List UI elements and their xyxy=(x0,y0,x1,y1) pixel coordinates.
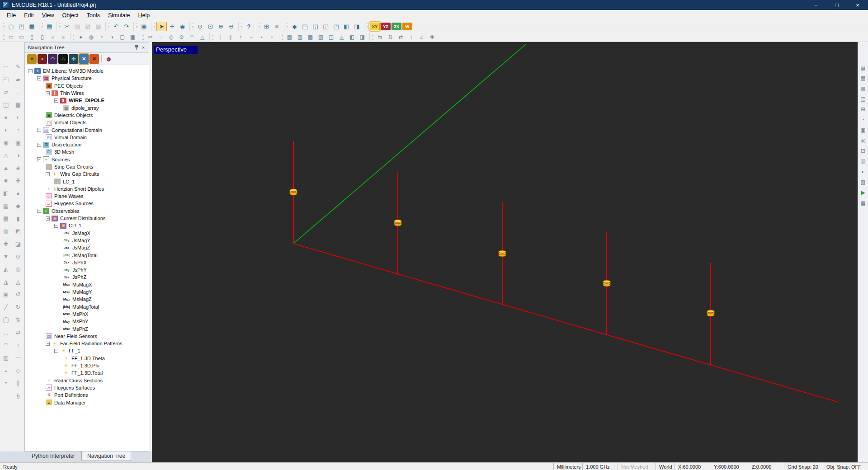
geometry-tool-icon[interactable]: ◨ xyxy=(357,33,368,41)
expand-box[interactable]: − xyxy=(28,69,33,73)
copy-icon[interactable]: ▥ xyxy=(72,22,83,31)
new-project-icon[interactable]: ▢ xyxy=(6,22,16,31)
geometry-tool-icon[interactable]: ✚ xyxy=(427,33,437,41)
context-help-icon[interactable]: ? xyxy=(244,22,254,31)
geometry-tool-icon[interactable]: ▣ xyxy=(127,33,138,41)
plane-zx-button[interactable]: ZX xyxy=(392,23,401,30)
tree-item-hertzian-short-dipoles[interactable]: ↑Hertzian Short Dipoles xyxy=(25,185,149,193)
menu-simulate[interactable]: Simulate xyxy=(104,11,134,20)
left-tool-icon[interactable]: ◠ xyxy=(1,338,10,351)
view-top-icon[interactable]: ◧ xyxy=(341,22,352,31)
geometry-tool-icon[interactable]: ◌ xyxy=(156,33,166,41)
tab-navigation-tree[interactable]: Navigation Tree xyxy=(81,451,131,461)
tree-item-current-distributions[interactable]: −▣Current Distributions xyxy=(25,215,149,222)
tree-item-thin-wires[interactable]: −∥Thin Wires xyxy=(25,89,149,97)
tree-item-sources[interactable]: −≈Sources xyxy=(25,156,149,163)
geometry-tool-icon[interactable]: ▢ xyxy=(117,33,127,41)
left-tool-icon[interactable]: ▦ xyxy=(1,199,10,212)
tree-item-msmagy[interactable]: MsyMsMagY xyxy=(25,288,149,296)
right-tool-icon[interactable]: ◔ xyxy=(859,114,868,125)
zoom-window-icon[interactable]: ⊡ xyxy=(205,22,216,31)
left-tool-icon[interactable]: ◔ xyxy=(14,123,23,136)
right-tool-icon[interactable]: ▶ xyxy=(859,187,868,197)
tree-item-virtual-objects[interactable]: ▢Virtual Objects xyxy=(25,119,149,126)
tree-item-dielectric-objects[interactable]: ▣Dielectric Objects xyxy=(25,112,149,119)
tab-python-interpreter[interactable]: Python Interpreter xyxy=(26,451,80,461)
right-tool-icon[interactable]: ▦ xyxy=(859,197,868,208)
menu-help[interactable]: Help xyxy=(134,11,154,20)
geometry-tool-icon[interactable]: ⌂ xyxy=(416,33,427,41)
geometry-tool-icon[interactable]: ◔ xyxy=(96,33,107,41)
expand-box[interactable]: − xyxy=(37,143,41,147)
left-tool-icon[interactable]: ◈ xyxy=(14,161,23,174)
left-tool-icon[interactable]: ◍ xyxy=(1,225,10,237)
right-tool-icon[interactable]: ▥ xyxy=(859,156,868,166)
tree-item-jsphy[interactable]: JsyJsPhY xyxy=(25,266,149,273)
tree-item-pec-objects[interactable]: ▣PEC Objects xyxy=(25,82,149,89)
left-tool-icon[interactable]: ↺ xyxy=(14,288,23,301)
geometry-tool-icon[interactable]: ∥ xyxy=(225,33,236,41)
geometry-tool-icon[interactable]: ≡ xyxy=(58,33,68,41)
expand-box[interactable]: − xyxy=(46,216,50,221)
left-tool-icon[interactable]: ◎ xyxy=(14,263,23,275)
tree-item-data-manager[interactable]: ≡Data Manager xyxy=(25,399,149,406)
geometry-tool-icon[interactable]: ✂ xyxy=(145,33,156,41)
tree-item-discretization[interactable]: −⊞Discretization xyxy=(25,141,149,148)
left-tool-icon[interactable]: ◯ xyxy=(1,313,10,326)
tree-item-computational-domain[interactable]: −◰Computational Domain xyxy=(25,126,149,133)
menu-object[interactable]: Object xyxy=(58,11,83,20)
geometry-tool-icon[interactable]: ◧ xyxy=(347,33,357,41)
close-panel-icon[interactable]: × xyxy=(140,44,147,51)
tree-item-ff-1-3d-phi[interactable]: ✳FF_1.3D.Phi xyxy=(25,362,149,369)
left-tool-icon[interactable]: ◗ xyxy=(1,123,10,136)
right-tool-icon[interactable]: ◫ xyxy=(859,94,868,104)
left-tool-icon[interactable]: ▰ xyxy=(14,73,23,85)
tree-item-lc-1[interactable]: ▲LC_1 xyxy=(25,178,149,185)
left-tool-icon[interactable]: ⇄ xyxy=(14,326,23,338)
tree-item-jsphz[interactable]: JszJsPhZ xyxy=(25,273,149,281)
geometry-tool-icon[interactable]: ▦ xyxy=(305,33,316,41)
left-tool-icon[interactable]: ↻ xyxy=(14,301,23,313)
left-tool-icon[interactable]: ◪ xyxy=(14,237,23,250)
geometry-tool-icon[interactable]: ◫ xyxy=(326,33,336,41)
right-tool-icon[interactable]: ▧ xyxy=(859,177,868,187)
right-tool-icon[interactable]: ⊡ xyxy=(859,146,868,156)
menu-file[interactable]: File xyxy=(3,11,20,20)
redo-icon[interactable]: ↷ xyxy=(121,22,132,31)
tree-item-virtual-domain[interactable]: ◰Virtual Domain xyxy=(25,134,149,141)
left-tool-icon[interactable]: △ xyxy=(1,149,10,161)
expand-box[interactable]: − xyxy=(54,224,58,228)
left-tool-icon[interactable]: ▭ xyxy=(14,351,23,364)
geometry-tool-icon[interactable]: ◬ xyxy=(336,33,347,41)
geometry-tool-icon[interactable]: ⇆ xyxy=(375,33,385,41)
open-project-icon[interactable]: ◳ xyxy=(16,22,27,31)
tree-item-jsmagz[interactable]: JszJsMagZ xyxy=(25,244,149,251)
tree-item-em-libera-mom3d-module[interactable]: −XEM.Libera: MoM3D Module xyxy=(25,67,149,75)
pan-tool-icon[interactable]: ✛ xyxy=(167,22,177,31)
right-tool-icon[interactable]: ◐ xyxy=(859,166,868,177)
minimize-button[interactable]: − xyxy=(806,0,826,10)
left-tool-icon[interactable]: ✎ xyxy=(14,60,23,73)
module-picasso-icon[interactable]: ✚ xyxy=(69,54,78,64)
left-tool-icon[interactable]: ◮ xyxy=(1,275,10,288)
expand-box[interactable]: − xyxy=(37,128,41,132)
zoom-out-icon[interactable]: ⊖ xyxy=(226,22,236,31)
tree-item-ff-1[interactable]: −✳FF_1 xyxy=(25,347,149,354)
geometry-tool-icon[interactable]: ⊘ xyxy=(176,33,187,41)
left-tool-icon[interactable]: ◫ xyxy=(1,98,10,111)
tree-item-radar-cross-sections[interactable]: ♀Radar Cross Sections xyxy=(25,376,149,384)
module-ferma-icon[interactable]: ∴ xyxy=(58,54,68,64)
left-tool-icon[interactable]: § xyxy=(14,389,23,402)
undo-icon[interactable]: ↶ xyxy=(111,22,121,31)
view-right-icon[interactable]: ◳ xyxy=(331,22,341,31)
left-tool-icon[interactable]: ⇅ xyxy=(14,313,23,326)
tree-item-3d-mesh[interactable]: ⊞3D Mesh xyxy=(25,148,149,155)
right-tool-icon[interactable]: ◎ xyxy=(859,135,868,146)
geometry-tool-icon[interactable]: ↕ xyxy=(406,33,416,41)
tile-views-icon[interactable]: ⊞ xyxy=(261,22,272,31)
left-tool-icon[interactable]: ◓ xyxy=(1,376,10,389)
tree-item-wire-dipole[interactable]: −▮WIRE_DIPOLE xyxy=(25,97,149,104)
tree-item-msphy[interactable]: MsyMsPhY xyxy=(25,318,149,325)
delete-icon[interactable]: ▨ xyxy=(93,22,104,31)
menu-edit[interactable]: Edit xyxy=(20,11,38,20)
